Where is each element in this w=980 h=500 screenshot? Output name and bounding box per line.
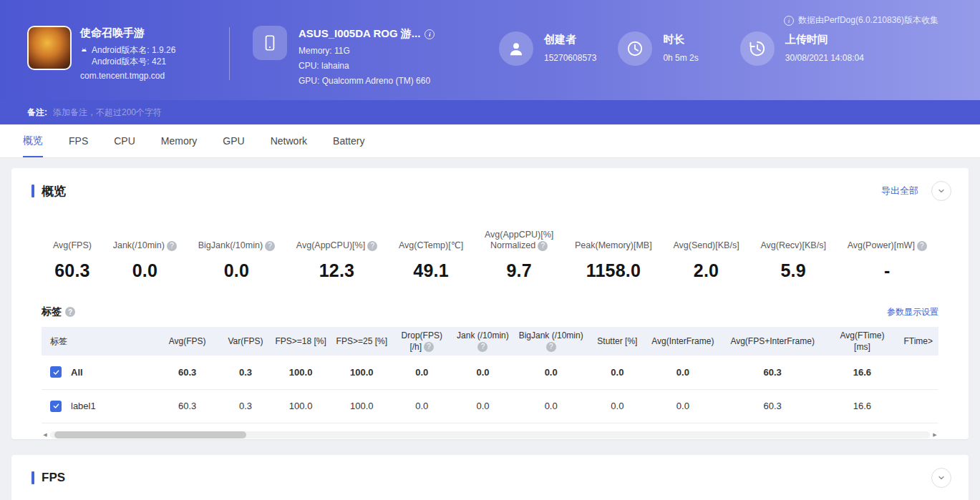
- upload-time-block: 上传时间 30/08/2021 14:08:04: [740, 31, 864, 66]
- section-accent: [31, 185, 34, 197]
- scroll-right-arrow-icon[interactable]: ▶: [931, 431, 938, 439]
- overview-card: 概览 导出全部 Avg(FPS) 60.3 Jank(/10min)? 0.0 …: [11, 168, 969, 439]
- tab-battery[interactable]: Battery: [333, 124, 364, 157]
- fps-collapse-button[interactable]: [931, 468, 951, 488]
- metric-value: 60.3: [53, 260, 92, 281]
- fps-title: FPS: [42, 471, 65, 485]
- overview-collapse-button[interactable]: [931, 181, 951, 201]
- overview-title: 概览: [42, 183, 66, 200]
- device-memory: Memory: 11G: [299, 46, 469, 56]
- col-drop-fps-line2: [/h]: [409, 342, 422, 352]
- device-info-icon[interactable]: i: [424, 29, 435, 39]
- duration-texts: 时长 0h 5m 2s: [663, 31, 698, 66]
- cell: 0.0: [452, 389, 515, 423]
- row-checkbox[interactable]: [50, 366, 62, 378]
- overview-card-header: 概览 导出全部: [11, 168, 969, 211]
- metric-label-text: Avg(CTemp)[℃]: [399, 240, 463, 251]
- remark-input[interactable]: [53, 107, 953, 117]
- help-icon[interactable]: ?: [538, 241, 548, 251]
- cell: 100.0: [331, 389, 392, 423]
- col-fps-ge-18: FPS>=18 [%]: [271, 327, 331, 356]
- cell: [898, 356, 938, 389]
- cell: 0.0: [647, 356, 719, 389]
- collect-info-text: 数据由PerfDog(6.0.210836)版本收集: [798, 14, 938, 26]
- android-icon: [80, 46, 88, 57]
- col-ftime-gt: FTime>: [898, 327, 938, 356]
- row-checkbox[interactable]: [50, 401, 62, 412]
- duration-value: 0h 5m 2s: [663, 53, 698, 63]
- cell: 16.6: [826, 389, 898, 423]
- scrollbar-track[interactable]: [50, 431, 930, 438]
- metric-avg-ctemp: Avg(CTemp)[℃] 49.1: [399, 230, 463, 281]
- cell: 60.3: [154, 389, 221, 423]
- clock-icon: [618, 31, 652, 66]
- report-header: i 数据由PerfDog(6.0.210836)版本收集 使命召唤手游 Andr…: [0, 0, 980, 100]
- metric-jank: Jank(/10min)? 0.0: [113, 230, 177, 281]
- metric-value: 1158.0: [575, 260, 652, 281]
- metric-avg-power: Avg(Power)[mW]? -: [848, 230, 927, 281]
- upload-texts: 上传时间 30/08/2021 14:08:04: [785, 31, 864, 66]
- metric-value: 2.0: [673, 260, 739, 281]
- cell: 0.3: [221, 389, 271, 423]
- col-var-fps: Var(FPS): [221, 327, 271, 356]
- help-icon[interactable]: ?: [265, 241, 275, 251]
- device-name-row: ASUS_I005DA ROG 游... i: [299, 27, 469, 41]
- metric-label-text: Peak(Memory)[MB]: [575, 240, 652, 251]
- help-icon[interactable]: ?: [477, 342, 487, 352]
- labels-title-text: 标签: [42, 305, 62, 318]
- metric-value: 0.0: [113, 260, 177, 281]
- col-jank: Jank (/10min) ?: [452, 327, 515, 356]
- app-package: com.tencent.tmgp.cod: [80, 71, 210, 81]
- scrollbar-thumb[interactable]: [54, 431, 246, 438]
- metric-label: Peak(Memory)[MB]: [575, 230, 652, 251]
- cell: 0.0: [392, 356, 452, 389]
- scroll-left-arrow-icon[interactable]: ◀: [42, 431, 49, 439]
- cell: 0.0: [452, 356, 515, 389]
- tab-memory[interactable]: Memory: [161, 124, 198, 157]
- help-icon[interactable]: ?: [167, 241, 177, 251]
- cell: 60.3: [719, 389, 826, 423]
- labels-title: 标签 ?: [42, 305, 75, 318]
- duration-label: 时长: [663, 33, 698, 46]
- help-icon[interactable]: ?: [367, 241, 377, 251]
- row-label-cell: label1: [42, 389, 154, 423]
- export-all-link[interactable]: 导出全部: [881, 185, 918, 197]
- cell: [898, 389, 938, 423]
- person-icon: [499, 31, 533, 66]
- metric-value: 0.0: [198, 260, 275, 281]
- metric-value: 9.7: [485, 260, 553, 281]
- col-avg-ftime-line1: Avg(FTime): [828, 330, 896, 340]
- col-avg-ftime-line2: [ms]: [854, 342, 870, 352]
- app-version-block: Android版本名: 1.9.26 Android版本号: 421: [80, 44, 210, 67]
- tab-overview[interactable]: 概览: [23, 124, 43, 157]
- metric-label: Avg(Recv)[KB/s]: [760, 230, 825, 251]
- help-icon[interactable]: ?: [65, 307, 75, 317]
- help-icon[interactable]: ?: [917, 241, 927, 251]
- duration-block: 时长 0h 5m 2s: [618, 31, 698, 66]
- info-icon: i: [784, 16, 794, 26]
- tab-network[interactable]: Network: [271, 124, 307, 157]
- metric-label-text: Avg(Recv)[KB/s]: [760, 240, 825, 251]
- collect-info: i 数据由PerfDog(6.0.210836)版本收集: [784, 14, 938, 26]
- help-icon[interactable]: ?: [424, 342, 434, 352]
- device-cpu: CPU: lahaina: [299, 61, 469, 71]
- device-gpu: GPU: Qualcomm Adreno (TM) 660: [299, 76, 469, 86]
- metric-label-text: Avg(FPS): [53, 240, 92, 251]
- horizontal-scrollbar: ◀ ▶: [42, 431, 938, 439]
- metric-label-text: Avg(Power)[mW]: [848, 240, 915, 251]
- tab-fps[interactable]: FPS: [69, 124, 88, 157]
- tab-gpu[interactable]: GPU: [223, 124, 244, 157]
- tab-cpu[interactable]: CPU: [114, 124, 135, 157]
- cell: 0.0: [588, 356, 647, 389]
- chevron-down-icon: [937, 187, 946, 195]
- table-row-all: All 60.3 0.3 100.0 100.0 0.0 0.0 0.0 0.0…: [42, 356, 938, 389]
- labels-table-wrap: 标签 Avg(FPS) Var(FPS) FPS>=18 [%] FPS>=25…: [11, 327, 969, 423]
- parameter-display-settings-link[interactable]: 参数显示设置: [887, 306, 938, 318]
- metric-value: 49.1: [399, 260, 463, 281]
- creator-value: 15270608573: [544, 53, 596, 63]
- metric-label: Jank(/10min)?: [113, 230, 177, 251]
- fps-card: FPS: [11, 455, 969, 500]
- col-jank-line1: Jank (/10min): [454, 330, 513, 340]
- help-icon[interactable]: ?: [546, 342, 556, 352]
- col-drop-fps-line1: Drop(FPS): [394, 330, 450, 340]
